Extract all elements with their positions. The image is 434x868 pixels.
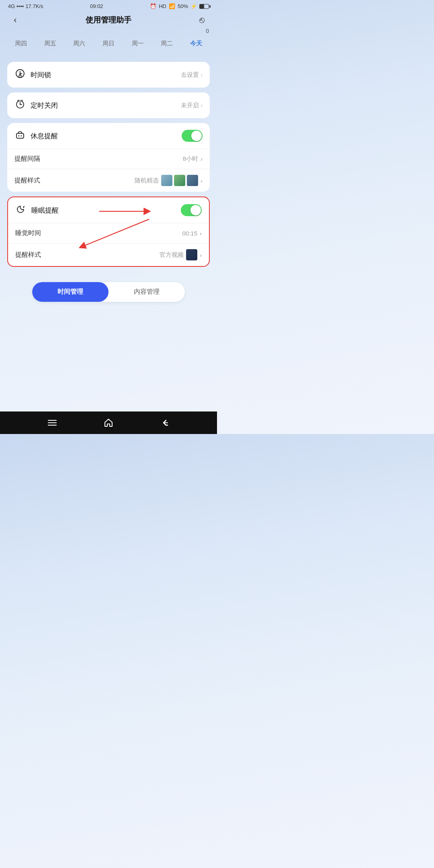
sleep-time-row[interactable]: 睡觉时间 00:15 › <box>8 223 209 244</box>
svg-point-6 <box>21 135 22 137</box>
hd-badge: HD <box>159 3 166 9</box>
rest-reminder-row: 休息提醒 <box>7 123 210 149</box>
menu-icon[interactable] <box>48 420 57 426</box>
sleep-toggle-knob <box>190 205 201 215</box>
sleep-style-value: 官方视频 › <box>160 249 202 260</box>
rest-style-chevron: › <box>201 177 203 184</box>
day-tab-sat[interactable]: 周六 <box>72 39 87 48</box>
rest-thumbnails <box>161 175 198 186</box>
hamburger-icon <box>48 420 57 426</box>
day-tab-tue[interactable]: 周二 <box>159 39 174 48</box>
rest-style-value: 随机精选 › <box>135 175 203 186</box>
speed: 17.7K/s <box>25 3 43 9</box>
day-tab-today[interactable]: 今天 <box>188 39 204 48</box>
page-title: 使用管理助手 <box>86 15 131 25</box>
sleep-reminder-card: 睡眠提醒 睡觉时间 00:15 › 提醒样式 官方视频 <box>7 197 210 267</box>
sleep-style-row[interactable]: 提醒样式 官方视频 › <box>8 244 209 266</box>
charging-icon: ⚡ <box>190 3 197 9</box>
rest-thumb-2 <box>174 175 185 186</box>
timed-off-label: 定时关闭 <box>31 101 181 110</box>
timed-off-row[interactable]: 定时关闭 未开启 › <box>7 92 210 118</box>
network-signal: 4G ▪▪▪▪ <box>8 3 24 9</box>
alarm-icon: ⏰ <box>150 3 156 9</box>
wifi-icon: 📶 <box>169 3 175 9</box>
timed-off-chevron: › <box>201 102 203 108</box>
rest-toggle-knob <box>191 131 202 141</box>
time: 09:02 <box>90 3 103 9</box>
battery-bar <box>199 4 209 9</box>
time-lock-label: 时间锁 <box>31 70 181 80</box>
svg-rect-4 <box>16 133 24 138</box>
day-tab-thu[interactable]: 周四 <box>13 39 29 48</box>
time-lock-icon <box>14 68 26 81</box>
rest-toggle[interactable] <box>182 130 203 142</box>
header-count: 0 <box>0 28 217 34</box>
sleep-label: 睡眠提醒 <box>31 206 181 215</box>
rest-reminder-card: 休息提醒 提醒间隔 8小时 › 提醒样式 随机精选 › <box>7 123 210 192</box>
sleep-thumbnails <box>186 249 197 260</box>
bottom-nav: 时间管理 内容管理 <box>32 282 185 302</box>
rest-thumb-3 <box>187 175 198 186</box>
battery-fill <box>200 4 204 8</box>
sleep-time-value: 00:15 › <box>182 230 202 237</box>
rest-interval-chevron: › <box>201 156 203 162</box>
rest-style-label: 提醒样式 <box>14 176 135 185</box>
sleep-time-label: 睡觉时间 <box>15 229 182 237</box>
sleep-style-chevron: › <box>200 252 202 258</box>
timed-off-icon <box>14 99 26 112</box>
time-lock-value: 去设置 › <box>181 71 203 79</box>
share-button[interactable]: ⎋ <box>194 15 209 25</box>
timed-off-value: 未开启 › <box>181 102 203 109</box>
header: ‹ 使用管理助手 ⎋ <box>0 11 217 28</box>
status-left: 4G ▪▪▪▪ 17.7K/s <box>8 3 43 9</box>
rest-icon <box>14 129 26 142</box>
sleep-style-label: 提醒样式 <box>15 251 160 259</box>
svg-point-5 <box>18 135 20 137</box>
content-management-btn[interactable]: 内容管理 <box>108 282 185 302</box>
system-nav-bar <box>0 411 217 434</box>
day-tab-sun[interactable]: 周日 <box>101 39 116 48</box>
sleep-time-chevron: › <box>200 230 202 237</box>
home-button[interactable] <box>104 418 113 428</box>
status-bar: 4G ▪▪▪▪ 17.7K/s 09:02 ⏰ HD 📶 50% ⚡ <box>0 0 217 11</box>
rest-label: 休息提醒 <box>31 131 182 141</box>
time-management-btn[interactable]: 时间管理 <box>32 282 108 302</box>
sleep-reminder-row: 睡眠提醒 <box>8 197 209 223</box>
day-tabs: 周四 周五 周六 周日 周一 周二 今天 <box>0 36 217 53</box>
rest-interval-label: 提醒间隔 <box>14 155 183 163</box>
day-tab-fri[interactable]: 周五 <box>43 39 58 48</box>
timed-off-card: 定时关闭 未开启 › <box>7 92 210 118</box>
time-lock-row[interactable]: 时间锁 去设置 › <box>7 62 210 88</box>
time-lock-chevron: › <box>201 72 203 78</box>
sleep-toggle[interactable] <box>181 204 202 216</box>
rest-thumb-1 <box>161 175 172 186</box>
rest-interval-value: 8小时 › <box>183 155 203 163</box>
rest-style-row[interactable]: 提醒样式 随机精选 › <box>7 169 210 192</box>
time-lock-card: 时间锁 去设置 › <box>7 62 210 88</box>
back-button[interactable]: ‹ <box>8 15 23 25</box>
sleep-thumb-1 <box>186 249 197 260</box>
back-nav-button[interactable] <box>160 418 169 427</box>
battery-pct: 50% <box>178 3 188 9</box>
svg-rect-2 <box>20 74 21 76</box>
day-tab-mon[interactable]: 周一 <box>130 39 145 48</box>
sleep-icon <box>15 204 27 217</box>
rest-interval-row[interactable]: 提醒间隔 8小时 › <box>7 149 210 169</box>
sleep-section: 睡眠提醒 睡觉时间 00:15 › 提醒样式 官方视频 <box>0 194 217 269</box>
status-right: ⏰ HD 📶 50% ⚡ <box>150 3 209 9</box>
